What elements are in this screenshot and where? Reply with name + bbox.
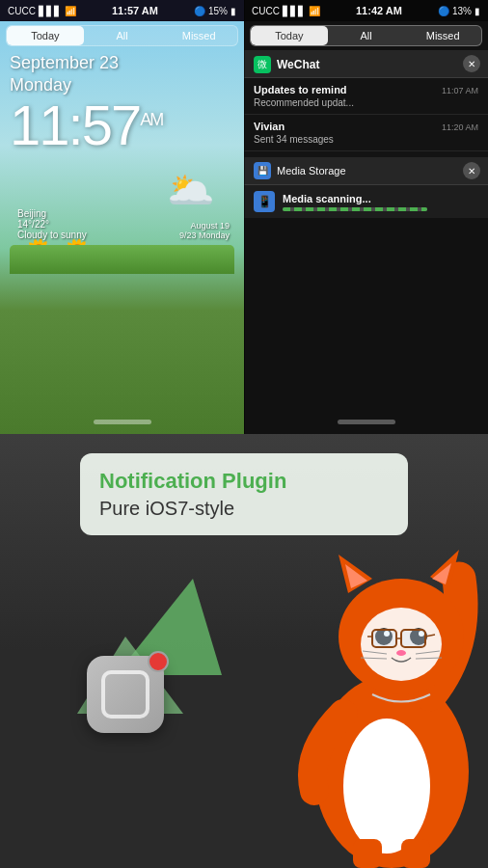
left-tab-all[interactable]: All <box>84 26 161 45</box>
left-status-bar: CUCC ▋▋▋ 📶 11:57 AM 🔵 15% ▮ <box>0 0 244 21</box>
notif-body-2: Sent 34 messages <box>254 134 478 145</box>
left-home-bar <box>94 420 151 424</box>
media-header: 💾 Media Storage ✕ <box>244 157 488 185</box>
app-icon-badge <box>148 651 169 672</box>
scan-info: Media scanning... <box>283 193 478 211</box>
app-icon-inner <box>101 670 149 719</box>
wechat-notif-1[interactable]: Updates to remind 11:07 AM Recommended u… <box>244 78 488 115</box>
right-wifi-icon: 📶 <box>309 6 320 16</box>
wechat-header: 微 WeChat ✕ <box>244 50 488 78</box>
left-battery-icon: ▮ <box>230 6 236 16</box>
ampm: AM <box>140 109 162 128</box>
scan-text: Media scanning... <box>283 193 478 204</box>
phone-separator <box>244 0 245 434</box>
svg-rect-13 <box>372 630 396 647</box>
left-battery-percent: 15% <box>208 6 228 16</box>
media-icon: 💾 <box>254 162 271 179</box>
wechat-close-button[interactable]: ✕ <box>463 55 480 72</box>
notif-title-2: Vivian <box>254 121 285 132</box>
right-tab-all[interactable]: All <box>328 26 405 45</box>
left-tab-missed[interactable]: Missed <box>160 26 237 45</box>
media-close-button[interactable]: ✕ <box>463 162 480 179</box>
svg-rect-14 <box>401 630 425 647</box>
lock-screen-content: September 23 Monday 11:57AM 🌥️ 🌻🌻 Beijin… <box>0 50 244 284</box>
left-tab-bar: Today All Missed <box>6 25 238 46</box>
right-battery-percent: 13% <box>452 6 472 16</box>
right-battery-group: 🔵 13% ▮ <box>438 6 480 16</box>
svg-point-1 <box>343 719 430 854</box>
weather-scene: 🌥️ 🌻🌻 Beijing 14°/22° Cloudy to sunny Au… <box>10 158 234 274</box>
temp: 14°/22° <box>17 219 87 230</box>
wechat-app-name: WeChat <box>277 58 319 71</box>
app-icon-container[interactable] <box>87 656 164 733</box>
phone-left: CUCC ▋▋▋ 📶 11:57 AM 🔵 15% ▮ Today All Mi… <box>0 0 244 434</box>
svg-rect-22 <box>353 839 382 868</box>
right-home-bar <box>338 420 395 424</box>
cloud-icon: 🌥️ <box>167 168 215 213</box>
app-icon <box>87 656 164 733</box>
svg-point-12 <box>396 650 406 656</box>
left-tab-today[interactable]: Today <box>7 26 84 45</box>
promo-subtitle: Pure iOS7-style <box>99 496 389 521</box>
date-display: September 23 Monday <box>10 52 234 97</box>
promo-box: Notification Plugin Pure iOS7-style <box>80 453 408 535</box>
media-scanning-row[interactable]: 📱 Media scanning... <box>244 185 488 218</box>
right-carrier-group: CUCC ▋▋▋ 📶 <box>252 6 320 16</box>
right-carrier: CUCC <box>252 6 280 16</box>
left-time: 11:57 AM <box>112 5 158 16</box>
promo-title: Notification Plugin <box>99 468 389 496</box>
right-tab-bar: Today All Missed <box>250 25 482 46</box>
right-status-bar: CUCC ▋▋▋ 📶 11:42 AM 🔵 13% ▮ <box>244 0 488 21</box>
svg-rect-23 <box>401 839 430 868</box>
left-bluetooth-icon: 🔵 <box>194 6 205 16</box>
right-tab-today[interactable]: Today <box>251 26 328 45</box>
media-scan-icon: 📱 <box>254 191 275 212</box>
cat-illustration <box>237 502 488 868</box>
bottom-section: Notification Plugin Pure iOS7-style <box>0 434 488 868</box>
landscape-strip <box>10 245 234 274</box>
weather-date: August 19 9/23 Monday <box>179 221 230 240</box>
right-tab-missed[interactable]: Missed <box>404 26 481 45</box>
left-wifi-icon: 📶 <box>65 6 76 16</box>
phone-right: CUCC ▋▋▋ 📶 11:42 AM 🔵 13% ▮ Today All Mi… <box>244 0 488 434</box>
left-battery-group: 🔵 15% ▮ <box>194 6 236 16</box>
weather-info: Beijing 14°/22° Cloudy to sunny <box>17 208 87 240</box>
time-display: 11:57AM <box>10 97 234 153</box>
phones-section: CUCC ▋▋▋ 📶 11:57 AM 🔵 15% ▮ Today All Mi… <box>0 0 488 434</box>
left-signal-icon: ▋▋▋ <box>39 6 62 16</box>
notification-panel: 微 WeChat ✕ Updates to remind 11:07 AM Re… <box>244 50 488 218</box>
condition: Cloudy to sunny <box>17 230 87 240</box>
city: Beijing <box>17 208 87 219</box>
right-signal-icon: ▋▋▋ <box>283 6 306 16</box>
notif-body-1: Recommended updat... <box>254 97 478 108</box>
notif-time-1: 11:07 AM <box>442 86 478 95</box>
right-battery-icon: ▮ <box>474 6 480 16</box>
right-bluetooth-icon: 🔵 <box>438 6 449 16</box>
progress-fill <box>283 207 427 211</box>
progress-bar <box>283 207 427 211</box>
left-carrier: CUCC <box>8 6 36 16</box>
notif-time-2: 11:20 AM <box>442 122 478 132</box>
notif-title-1: Updates to remind <box>254 84 347 95</box>
media-app-name: Media Storage <box>277 165 346 176</box>
wechat-notif-2[interactable]: Vivian 11:20 AM Sent 34 messages <box>244 115 488 151</box>
left-carrier-group: CUCC ▋▋▋ 📶 <box>8 6 76 16</box>
wechat-icon: 微 <box>254 56 271 73</box>
right-time: 11:42 AM <box>356 5 402 16</box>
